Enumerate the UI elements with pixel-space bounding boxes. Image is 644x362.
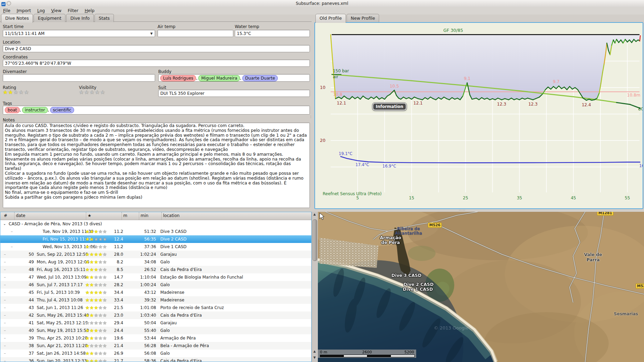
star-empty-icon[interactable]: ★ [94, 313, 98, 318]
scroll-up-icon[interactable]: ▲ [312, 212, 317, 216]
star-filled-icon[interactable]: ★ [85, 328, 90, 333]
star-filled-icon[interactable]: ★ [85, 297, 90, 303]
star-empty-icon[interactable]: ★ [94, 236, 98, 242]
star-filled-icon[interactable]: ★ [90, 259, 94, 265]
star-filled-icon[interactable]: ★ [90, 297, 94, 303]
star-filled-icon[interactable]: ★ [85, 282, 90, 288]
location-input[interactable] [3, 45, 310, 52]
star-filled-icon[interactable]: ★ [85, 358, 90, 362]
star-filled-icon[interactable]: ★ [94, 328, 98, 333]
star-empty-icon[interactable]: ★ [98, 305, 103, 310]
window-titlebar[interactable]: Subsurface: paneves.xml [0, 0, 644, 7]
table-row[interactable]: –Wed, Nov 13, 2013 11:06★★★★★11.237:36Di… [0, 243, 311, 251]
star-filled-icon[interactable]: ★ [94, 358, 98, 362]
star-empty-icon[interactable]: ★ [94, 351, 98, 356]
star-filled-icon[interactable]: ★ [85, 274, 90, 280]
star-filled-icon[interactable]: ★ [94, 297, 98, 303]
star-filled-icon[interactable]: ★ [98, 252, 103, 257]
star-filled-icon[interactable]: ★ [85, 229, 90, 234]
star-empty-icon[interactable]: ★ [94, 244, 98, 250]
start-time-input[interactable] [3, 30, 155, 37]
buddy-input[interactable]: Luís Rodrigues,Miguel Madureira,Duarte D… [158, 74, 310, 82]
dive-location-map[interactable]: Armação de PêraRibeira de AlcantarilhaVa… [318, 212, 644, 362]
star-filled-icon[interactable]: ★ [94, 305, 98, 310]
star-filled-icon[interactable]: ★ [90, 252, 94, 257]
tab-dive-notes[interactable]: Dive Notes [1, 14, 33, 23]
star-empty-icon[interactable]: ★ [19, 89, 24, 96]
star-empty-icon[interactable]: ★ [79, 89, 84, 96]
information-button[interactable]: Information [373, 103, 406, 110]
star-empty-icon[interactable]: ★ [94, 282, 98, 288]
column-header-#[interactable]: # [2, 212, 7, 220]
star-filled-icon[interactable]: ★ [90, 305, 94, 310]
star-empty-icon[interactable]: ★ [98, 328, 103, 333]
tab-old-profile[interactable]: Old Profile [315, 14, 346, 23]
table-row[interactable]: –41Sat, May 25, 2013 12:19★★★★★29.450:04… [0, 319, 311, 327]
star-filled-icon[interactable]: ★ [90, 236, 94, 242]
star-filled-icon[interactable]: ★ [85, 244, 90, 250]
star-filled-icon[interactable]: ★ [90, 358, 94, 362]
star-filled-icon[interactable]: ★ [85, 305, 90, 310]
star-filled-icon[interactable]: ★ [90, 351, 94, 356]
star-empty-icon[interactable]: ★ [98, 282, 103, 288]
table-row[interactable]: –37Sat, Jan 26, 2013 14:58★★★★★26.956:08… [0, 350, 311, 357]
star-empty-icon[interactable]: ★ [84, 89, 89, 96]
star-empty-icon[interactable]: ★ [98, 313, 103, 318]
star-empty-icon[interactable]: ★ [24, 89, 29, 96]
scrollbar-thumb[interactable] [313, 219, 317, 261]
star-filled-icon[interactable]: ★ [3, 89, 8, 96]
star-empty-icon[interactable]: ★ [98, 351, 103, 356]
table-row[interactable]: –47Wed, Jul 10, 2013 13:09★★★★★14.71:10:… [0, 273, 311, 281]
rating-stars[interactable]: ★★★★★ [3, 89, 29, 96]
star-empty-icon[interactable]: ★ [98, 343, 103, 349]
dive-trip-group-row[interactable]: ⌄CASD - Armação de Pêra, Nov 2013 (3 div… [0, 220, 311, 228]
star-empty-icon[interactable]: ★ [94, 320, 98, 326]
star-empty-icon[interactable]: ★ [98, 358, 103, 362]
star-filled-icon[interactable]: ★ [85, 335, 90, 341]
table-row[interactable]: –48Fri, Aug 16, 2013 15:11★★★★★8.526:52C… [0, 266, 311, 273]
star-empty-icon[interactable]: ★ [98, 274, 103, 280]
star-filled-icon[interactable]: ★ [94, 290, 98, 295]
star-filled-icon[interactable]: ★ [85, 343, 90, 349]
star-filled-icon[interactable]: ★ [85, 267, 90, 272]
tab-equipment[interactable]: Equipment [34, 14, 65, 22]
star-empty-icon[interactable]: ★ [90, 244, 94, 250]
table-row[interactable]: –40Sun, May 19, 2013 15:53★★★★★24.455:40… [0, 327, 311, 334]
table-row[interactable]: –Fri, Nov 15, 2013 11:41★★★★★12.456:35Di… [0, 235, 311, 243]
star-filled-icon[interactable]: ★ [90, 328, 94, 333]
panel-splitter-handle[interactable]: ⋯ [309, 115, 313, 119]
table-row[interactable]: –39Thu, Apr 25, 2013 10:28★★★★★19.653:44… [0, 334, 311, 342]
horizontal-splitter-handle[interactable]: ⋯⋯ [459, 208, 466, 212]
star-filled-icon[interactable]: ★ [90, 313, 94, 318]
star-filled-icon[interactable]: ★ [94, 267, 98, 272]
water-temp-input[interactable] [235, 30, 310, 37]
tab-new-profile[interactable]: New Profile [347, 14, 379, 22]
scroll-up-icon[interactable]: ▲ [312, 350, 317, 353]
column-header-m[interactable]: m [122, 212, 127, 220]
menu-import[interactable]: Import [14, 7, 34, 14]
star-filled-icon[interactable]: ★ [98, 290, 103, 295]
column-header-location[interactable]: location [161, 212, 180, 220]
star-filled-icon[interactable]: ★ [94, 229, 98, 234]
tags-input[interactable]: boat,instructor,scientific [3, 106, 310, 115]
chip-boat[interactable]: boat [5, 107, 20, 113]
menu-help[interactable]: Help [81, 7, 98, 14]
star-empty-icon[interactable]: ★ [90, 89, 95, 96]
star-empty-icon[interactable]: ★ [95, 89, 100, 96]
table-row[interactable]: –49Mon, Aug 19, 2013 12:06★★★★★8.234:08G… [0, 258, 311, 266]
tab-dive-info[interactable]: Dive Info [66, 14, 94, 22]
menu-view[interactable]: View [48, 7, 65, 14]
star-filled-icon[interactable]: ★ [85, 259, 90, 265]
star-empty-icon[interactable]: ★ [98, 236, 103, 242]
table-row[interactable]: –42Sun, May 26, 2013 15:40★★★★★23.01:03:… [0, 311, 311, 319]
star-filled-icon[interactable]: ★ [98, 297, 103, 303]
column-header-★[interactable]: ★ [86, 212, 91, 220]
menu-file[interactable]: File [0, 7, 14, 14]
star-filled-icon[interactable]: ★ [85, 290, 90, 295]
star-filled-icon[interactable]: ★ [90, 335, 94, 341]
table-row[interactable]: –45Fri, Jul 5, 2013 10:39★★★★★34.443:12M… [0, 289, 311, 296]
star-filled-icon[interactable]: ★ [85, 313, 90, 318]
star-empty-icon[interactable]: ★ [94, 343, 98, 349]
star-empty-icon[interactable]: ★ [100, 89, 105, 96]
chip-instructor[interactable]: instructor [22, 107, 48, 113]
